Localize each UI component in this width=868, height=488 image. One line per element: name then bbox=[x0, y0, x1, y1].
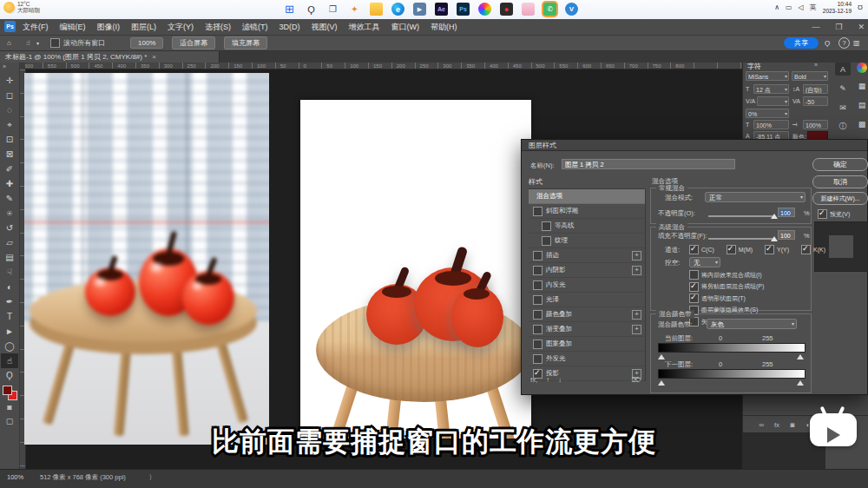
tv-app-icon[interactable]: ▶ bbox=[413, 3, 426, 16]
style-item[interactable]: 描边 + bbox=[529, 248, 645, 263]
menu-item[interactable]: 滤镜(T) bbox=[242, 22, 268, 33]
eraser-tool[interactable]: ▱ bbox=[1, 235, 18, 250]
comments-icon[interactable]: ✉ bbox=[835, 101, 851, 114]
move-effect-up-icon[interactable]: ↑ bbox=[546, 376, 549, 384]
menu-item[interactable]: 编辑(E) bbox=[60, 22, 86, 33]
swatches-panel-icon[interactable]: ▦ bbox=[854, 79, 868, 92]
style-item[interactable]: 纹理 + bbox=[529, 234, 645, 248]
blend-mode-select[interactable]: 正常 bbox=[705, 192, 806, 202]
font-size-field[interactable]: 12 点▾ bbox=[753, 84, 789, 94]
menu-item[interactable]: 文字(Y) bbox=[168, 22, 194, 33]
foreground-color-swatch[interactable] bbox=[3, 386, 12, 395]
menu-item[interactable]: 窗口(W) bbox=[391, 22, 420, 33]
vertical-scale-field[interactable]: 100% bbox=[753, 120, 789, 129]
menu-item[interactable]: 图像(I) bbox=[97, 22, 121, 33]
font-style-field[interactable]: Bold▾ bbox=[792, 71, 828, 81]
style-item[interactable]: 混合选项 + bbox=[529, 189, 645, 204]
advanced-option-checkbox[interactable]: 将内部效果混合成组(I) bbox=[689, 270, 764, 280]
photoshop-icon[interactable]: Ps bbox=[457, 3, 470, 16]
menu-item[interactable]: 图层(L) bbox=[131, 22, 156, 33]
display-icon[interactable]: ▭ bbox=[786, 3, 792, 11]
tab-close-icon[interactable]: × bbox=[152, 53, 156, 61]
channel-checkbox[interactable]: M(M) bbox=[727, 245, 753, 254]
horizontal-scale-field[interactable]: 100% bbox=[803, 120, 828, 129]
patterns-panel-icon[interactable]: ▩ bbox=[854, 117, 868, 130]
v-app-icon[interactable]: V bbox=[565, 3, 578, 16]
underlying-left-handle[interactable] bbox=[658, 377, 665, 386]
dialog-title[interactable]: 图层样式 bbox=[522, 140, 867, 151]
this-layer-gradient[interactable] bbox=[658, 343, 806, 353]
home-icon[interactable]: ⌂ bbox=[7, 35, 11, 50]
help-icon[interactable]: ? bbox=[838, 37, 850, 49]
tool-preset-chevron-icon[interactable]: ▾ bbox=[36, 35, 39, 50]
fx-icon[interactable]: fx, bbox=[530, 376, 537, 384]
workspace-icon[interactable]: ▥ bbox=[853, 35, 860, 50]
wechat-icon[interactable]: ✆ bbox=[543, 3, 556, 16]
style-item[interactable]: 颜色叠加 + bbox=[529, 307, 645, 322]
frame-tool[interactable]: ⊠ bbox=[1, 147, 18, 162]
recorder-app-icon[interactable]: ● bbox=[500, 3, 513, 16]
file-explorer-icon[interactable] bbox=[370, 3, 383, 16]
menu-item[interactable]: 文件(F) bbox=[23, 22, 49, 33]
share-button[interactable]: 共享 bbox=[784, 37, 819, 49]
advanced-option-checkbox[interactable]: 透明形状图层(T) bbox=[689, 293, 764, 303]
document-info[interactable]: 512 像素 x 768 像素 (300 ppi) bbox=[40, 473, 126, 482]
fill-opacity-slider[interactable] bbox=[708, 238, 774, 240]
knockout-select[interactable]: 无 bbox=[689, 257, 720, 267]
character-panel-icon[interactable]: A bbox=[835, 63, 851, 76]
maximize-button[interactable]: ❐ bbox=[835, 23, 842, 31]
proportional-spacing-field[interactable]: 0%▾ bbox=[746, 109, 789, 118]
style-item[interactable]: 外发光 + bbox=[529, 352, 645, 366]
volume-icon[interactable]: ◁ bbox=[799, 3, 804, 11]
quicker-app-icon[interactable]: ✦ bbox=[348, 3, 361, 16]
style-item[interactable]: 光泽 + bbox=[529, 293, 645, 307]
search-button[interactable]: Ϙ bbox=[305, 3, 318, 16]
object-selection-tool[interactable]: ⌖ bbox=[1, 117, 18, 132]
minimize-button[interactable]: — bbox=[812, 23, 819, 31]
layer-name-input[interactable]: 图层 1 拷贝 2 bbox=[562, 159, 735, 169]
quick-mask-icon[interactable]: ◙ bbox=[7, 403, 11, 412]
type-tool[interactable]: T bbox=[1, 309, 18, 324]
move-effect-down-icon[interactable]: ↓ bbox=[558, 376, 562, 384]
advanced-option-checkbox[interactable]: 将剪贴图层混合成组(P) bbox=[689, 282, 764, 292]
lasso-tool[interactable]: ◌ bbox=[1, 102, 18, 117]
healing-brush-tool[interactable]: ✚ bbox=[1, 176, 18, 191]
link-layers-icon[interactable]: ∞ bbox=[757, 419, 766, 430]
layer-style-icon[interactable]: fx bbox=[773, 419, 781, 430]
gradient-tool[interactable]: ▤ bbox=[1, 250, 18, 265]
document-tab[interactable]: 未标题-1 @ 100% (图层 1 拷贝 2, CMYK/8#) * × bbox=[0, 50, 220, 63]
add-effect-icon[interactable]: + bbox=[632, 251, 641, 260]
opacity-value[interactable]: 100 bbox=[778, 208, 795, 217]
clock[interactable]: 10:442023-12-19 bbox=[823, 1, 852, 14]
paint-app-icon[interactable] bbox=[478, 3, 491, 16]
opacity-slider[interactable] bbox=[708, 215, 774, 217]
menu-item[interactable]: 视图(V) bbox=[312, 22, 338, 33]
fill-screen-button[interactable]: 填充屏幕 bbox=[224, 36, 267, 49]
zoom-level[interactable]: 100% bbox=[7, 473, 23, 481]
delete-effect-icon[interactable]: ⌦ bbox=[632, 376, 641, 384]
edge-browser-icon[interactable]: e bbox=[391, 3, 404, 16]
style-item[interactable]: 渐变叠加 + bbox=[529, 322, 645, 337]
character-panel-title[interactable]: 字符 bbox=[747, 62, 761, 71]
fit-screen-button[interactable]: 适合屏幕 bbox=[172, 36, 215, 49]
layer-mask-icon[interactable]: ◙ bbox=[788, 419, 797, 430]
channel-checkbox[interactable]: Y(Y) bbox=[765, 245, 789, 254]
move-tool[interactable]: ✛ bbox=[1, 73, 18, 88]
notification-bell-icon[interactable]: Ω bbox=[858, 3, 863, 11]
start-button[interactable]: ⊞ bbox=[283, 3, 296, 16]
artboard[interactable] bbox=[300, 100, 531, 439]
fill-opacity-value[interactable]: 100 bbox=[778, 230, 795, 240]
toolbar-expand-icon[interactable]: » bbox=[3, 63, 6, 69]
clone-stamp-tool[interactable]: ⍟ bbox=[1, 206, 18, 221]
dodge-tool[interactable]: ◐ bbox=[1, 280, 18, 294]
font-family-field[interactable]: MiSans▾ bbox=[746, 71, 789, 81]
style-item[interactable]: 内阴影 + bbox=[529, 263, 645, 278]
leading-field[interactable]: (自动) bbox=[803, 84, 828, 94]
gradients-panel-icon[interactable]: ▤ bbox=[854, 98, 868, 111]
info-icon[interactable]: ⓘ bbox=[835, 120, 851, 133]
menu-item[interactable]: 增效工具 bbox=[349, 22, 380, 33]
this-layer-right-handle[interactable] bbox=[797, 351, 804, 359]
smudge-tool[interactable]: ☟ bbox=[1, 265, 18, 280]
color-panel-icon[interactable]: ◒ bbox=[857, 63, 867, 73]
style-item[interactable]: 内发光 + bbox=[529, 278, 645, 293]
